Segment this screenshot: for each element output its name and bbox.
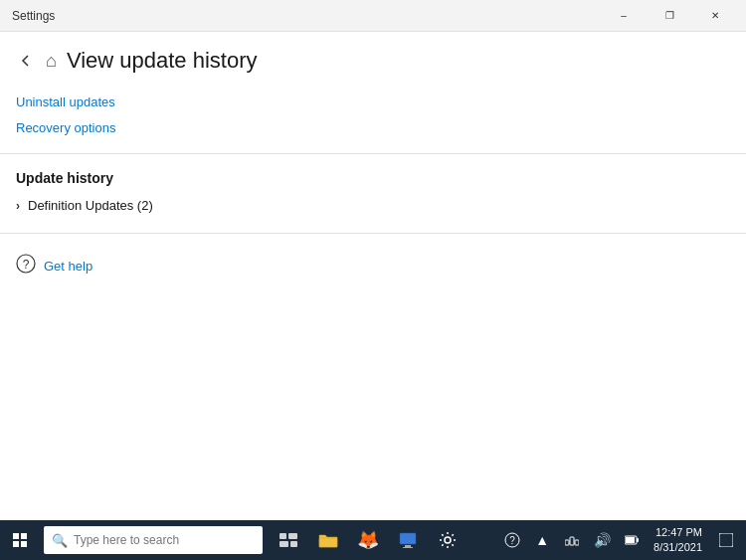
file-manager-button[interactable] bbox=[390, 520, 426, 560]
svg-rect-17 bbox=[637, 538, 639, 542]
page-title: View update history bbox=[67, 48, 258, 74]
update-history-title: Update history bbox=[16, 170, 730, 186]
taskbar-right: ? ▲ 🔊 12:47 PM 8/31 bbox=[498, 520, 746, 560]
svg-rect-13 bbox=[570, 537, 574, 545]
svg-rect-8 bbox=[405, 545, 411, 547]
main-content: ⌂ View update history Uninstall updates … bbox=[0, 32, 746, 520]
system-tray: ? ▲ 🔊 bbox=[498, 520, 646, 560]
home-icon: ⌂ bbox=[46, 51, 57, 72]
get-help-link[interactable]: Get help bbox=[44, 259, 93, 274]
svg-text:?: ? bbox=[509, 535, 515, 546]
battery-icon[interactable] bbox=[618, 520, 646, 560]
svg-rect-3 bbox=[288, 533, 297, 539]
svg-point-10 bbox=[445, 537, 451, 543]
search-icon: 🔍 bbox=[52, 533, 68, 548]
get-help-section[interactable]: ? Get help bbox=[0, 242, 746, 290]
network-tray-icon bbox=[565, 533, 579, 547]
back-button[interactable] bbox=[16, 51, 36, 71]
notification-button[interactable] bbox=[710, 520, 742, 560]
uninstall-updates-link[interactable]: Uninstall updates bbox=[16, 90, 730, 115]
svg-rect-14 bbox=[565, 540, 569, 545]
svg-rect-5 bbox=[290, 541, 297, 547]
divider-2 bbox=[0, 233, 746, 234]
recovery-options-link[interactable]: Recovery options bbox=[16, 115, 730, 141]
update-item[interactable]: › Definition Updates (2) bbox=[16, 194, 730, 217]
links-section: Uninstall updates Recovery options bbox=[0, 86, 746, 145]
taskbar: 🔍 🦊 bbox=[0, 520, 746, 560]
folder-icon bbox=[318, 532, 338, 548]
settings-button[interactable] bbox=[430, 520, 466, 560]
svg-rect-7 bbox=[400, 533, 416, 544]
window-controls: – ❐ ✕ bbox=[601, 0, 738, 32]
chevron-right-icon: › bbox=[16, 199, 20, 213]
task-view-button[interactable] bbox=[271, 520, 306, 560]
start-button[interactable] bbox=[0, 520, 40, 560]
battery-tray-icon bbox=[625, 535, 639, 545]
search-input[interactable] bbox=[74, 533, 233, 547]
window-title: Settings bbox=[12, 9, 55, 23]
minimize-button[interactable]: – bbox=[601, 0, 647, 32]
task-view-icon bbox=[280, 533, 297, 547]
windows-logo-icon bbox=[13, 533, 27, 547]
clock-time: 12:47 PM bbox=[653, 525, 702, 540]
help-tray-icon[interactable]: ? bbox=[498, 520, 526, 560]
question-tray-icon: ? bbox=[504, 532, 520, 548]
up-arrow-icon[interactable]: ▲ bbox=[528, 520, 556, 560]
firefox-button[interactable]: 🦊 bbox=[350, 520, 386, 560]
search-bar[interactable]: 🔍 bbox=[44, 526, 263, 554]
clock-date: 8/31/2021 bbox=[653, 540, 702, 555]
back-icon bbox=[20, 55, 32, 67]
svg-rect-6 bbox=[319, 538, 337, 547]
question-mark-icon: ? bbox=[16, 254, 36, 274]
close-button[interactable]: ✕ bbox=[692, 0, 738, 32]
help-icon: ? bbox=[16, 254, 36, 279]
update-item-label: Definition Updates (2) bbox=[28, 198, 153, 213]
volume-icon[interactable]: 🔊 bbox=[588, 520, 616, 560]
taskbar-app-icons: 🦊 bbox=[271, 520, 466, 560]
page-header: ⌂ View update history bbox=[0, 32, 746, 86]
svg-rect-18 bbox=[626, 537, 635, 543]
network-icon[interactable] bbox=[558, 520, 586, 560]
file-explorer-button[interactable] bbox=[310, 520, 346, 560]
firefox-icon: 🦊 bbox=[357, 529, 379, 551]
titlebar: Settings – ❐ ✕ bbox=[0, 0, 746, 32]
monitor-icon bbox=[399, 532, 417, 548]
svg-rect-4 bbox=[280, 541, 288, 547]
svg-rect-9 bbox=[403, 547, 413, 548]
svg-rect-2 bbox=[280, 533, 286, 539]
svg-rect-19 bbox=[719, 533, 733, 547]
restore-button[interactable]: ❐ bbox=[647, 0, 692, 32]
system-clock[interactable]: 12:47 PM 8/31/2021 bbox=[648, 525, 708, 556]
update-history-section: Update history › Definition Updates (2) bbox=[0, 162, 746, 225]
notification-icon bbox=[719, 533, 733, 547]
gear-icon bbox=[439, 531, 457, 549]
svg-text:?: ? bbox=[23, 258, 30, 272]
divider bbox=[0, 153, 746, 154]
svg-rect-15 bbox=[575, 540, 579, 545]
